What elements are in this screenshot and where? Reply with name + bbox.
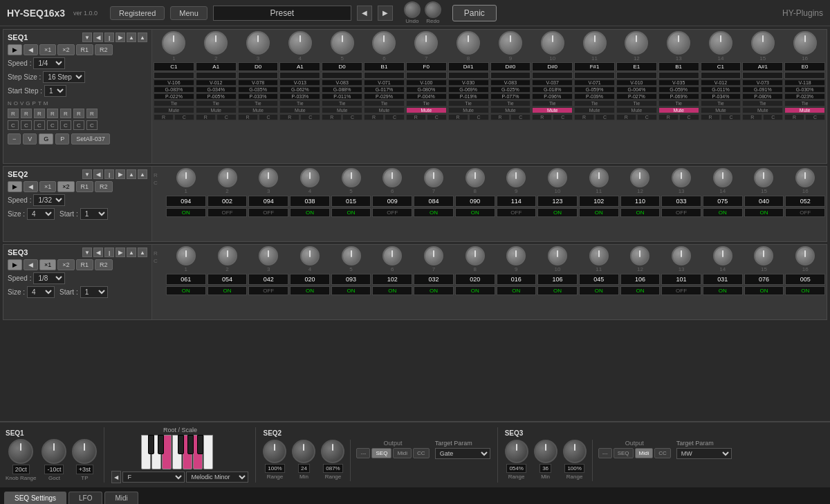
- seq3-transport-play[interactable]: ▶: [8, 259, 22, 270]
- seq1-r-10[interactable]: R: [532, 114, 552, 120]
- seq3-grid-val-3[interactable]: 042: [248, 274, 288, 285]
- seq3-icon-5[interactable]: ▲: [127, 248, 136, 257]
- seq2-grid-knob-6[interactable]: [382, 168, 402, 187]
- seq1-knob-4[interactable]: [288, 31, 312, 55]
- seq3-grid-knob-10[interactable]: [548, 246, 567, 265]
- seq2-icon-5[interactable]: ▲: [127, 169, 136, 179]
- seq1-c-btn-7[interactable]: C: [86, 120, 98, 130]
- seq1-tie-7[interactable]: Tie: [406, 100, 447, 106]
- seq3-grid-val-14[interactable]: 031: [703, 274, 743, 285]
- seq1-transport-x2[interactable]: ×2: [57, 44, 74, 55]
- seq3-grid-knob-6[interactable]: [382, 246, 402, 265]
- root-prev-btn[interactable]: ◀: [111, 471, 121, 483]
- seq1-knob-11[interactable]: [583, 31, 607, 55]
- seq3-out-btn-seq[interactable]: SEQ: [614, 448, 634, 458]
- seq1-mute-5[interactable]: Mute: [322, 107, 362, 113]
- seq1-r-5[interactable]: R: [322, 114, 342, 120]
- seq1-note-8[interactable]: D#1: [448, 62, 489, 71]
- seq2-grid-val-16[interactable]: 052: [785, 196, 825, 207]
- seq1-r-btn-7[interactable]: R: [86, 109, 98, 118]
- seq2-grid-onoff-8[interactable]: ON: [455, 208, 495, 217]
- goct-knob[interactable]: [42, 439, 66, 464]
- seq2-grid-onoff-2[interactable]: OFF: [208, 208, 248, 217]
- seq1-c-7[interactable]: C: [427, 114, 447, 120]
- seq2-grid-knob-15[interactable]: [754, 168, 773, 187]
- tab-lfo[interactable]: LFO: [68, 492, 102, 504]
- seq1-tie-3[interactable]: Tie: [238, 100, 279, 106]
- seq1-mute-4[interactable]: Mute: [279, 107, 320, 113]
- seq1-note-2[interactable]: A1: [196, 62, 237, 71]
- seq3-grid-val-13[interactable]: 101: [661, 274, 701, 285]
- seq1-c-8[interactable]: C: [469, 114, 489, 120]
- seq1-note-4[interactable]: A1: [279, 62, 320, 71]
- seq1-c-13[interactable]: C: [679, 114, 699, 120]
- seq3-range-knob[interactable]: [563, 440, 587, 463]
- seq1-note-3[interactable]: D0: [238, 62, 279, 71]
- seq3-grid-val-9[interactable]: 016: [497, 274, 537, 285]
- seq3-min-knob[interactable]: [534, 440, 557, 463]
- seq1-g-btn[interactable]: G: [39, 133, 53, 144]
- seq1-mute-10[interactable]: Mute: [532, 107, 573, 113]
- seq3-grid-onoff-10[interactable]: ON: [537, 286, 578, 295]
- seq2-out-btn-dash[interactable]: ---: [356, 448, 370, 458]
- seq2-grid-onoff-6[interactable]: OFF: [372, 208, 412, 217]
- seq3-target-select[interactable]: MWGatePitch: [676, 448, 732, 459]
- seq3-grid-onoff-13[interactable]: OFF: [661, 286, 701, 295]
- seq3-grid-val-11[interactable]: 045: [579, 274, 619, 285]
- seq2-transport-x2[interactable]: ×2: [57, 181, 74, 192]
- seq3-grid-onoff-6[interactable]: ON: [372, 286, 412, 295]
- seq3-grid-onoff-2[interactable]: ON: [208, 286, 248, 295]
- seq3-speed-select[interactable]: 1/81/41/161/32: [33, 272, 65, 284]
- seq3-grid-onoff-5[interactable]: ON: [331, 286, 371, 295]
- seq1-c-btn-5[interactable]: C: [60, 120, 71, 130]
- seq2-grid-val-1[interactable]: 094: [166, 196, 206, 207]
- seq1-c-9[interactable]: C: [510, 114, 531, 120]
- seq3-start-select[interactable]: 123: [80, 286, 108, 298]
- seq2-grid-onoff-13[interactable]: OFF: [661, 208, 701, 217]
- seq1-r-8[interactable]: R: [448, 114, 468, 120]
- seq1-c-btn-3[interactable]: C: [34, 120, 45, 130]
- seq3-grid-onoff-1[interactable]: ON: [166, 286, 206, 295]
- seq1-tie-1[interactable]: Tie: [154, 100, 194, 106]
- seq1-note-10[interactable]: D#0: [532, 62, 573, 71]
- seq1-mute-7[interactable]: Mute: [406, 107, 447, 113]
- seq3-transport-r2[interactable]: R2: [95, 259, 113, 270]
- seq1-icon-play[interactable]: ▶: [116, 32, 125, 42]
- seq1-c-btn-6[interactable]: C: [73, 120, 84, 130]
- seq2-icon-1[interactable]: ▼: [82, 169, 92, 179]
- seq3-grid-val-5[interactable]: 093: [331, 274, 371, 285]
- seq1-c-6[interactable]: C: [385, 114, 405, 120]
- seq1-mute-6[interactable]: Mute: [364, 107, 405, 113]
- seq1-r-6[interactable]: R: [364, 114, 384, 120]
- seq1-tie-15[interactable]: Tie: [742, 100, 783, 106]
- seq1-note-7[interactable]: F0: [406, 62, 447, 71]
- seq1-knob-15[interactable]: [751, 31, 775, 55]
- seq2-grid-val-10[interactable]: 123: [537, 196, 578, 207]
- seq2-grid-knob-7[interactable]: [424, 168, 443, 187]
- seq2-grid-val-15[interactable]: 040: [744, 196, 784, 207]
- seq1-knob-7[interactable]: [414, 31, 438, 55]
- seq2-grid-onoff-11[interactable]: ON: [579, 208, 619, 217]
- seq1-r-9[interactable]: R: [490, 114, 510, 120]
- seq3-grid-val-15[interactable]: 076: [744, 274, 784, 285]
- seq3-out-btn-dash[interactable]: ---: [598, 448, 612, 458]
- seq1-r-btn-5[interactable]: R: [60, 109, 71, 118]
- seq1-c-btn-4[interactable]: C: [47, 120, 58, 130]
- seq1-knob-13[interactable]: [667, 31, 690, 55]
- registered-button[interactable]: Registered: [110, 6, 165, 20]
- seq3-out-btn-cc[interactable]: CC: [654, 448, 671, 458]
- seq1-check-7[interactable]: [406, 72, 447, 79]
- seq2-grid-knob-5[interactable]: [342, 168, 361, 187]
- seq1-note-6[interactable]: B1: [364, 62, 405, 71]
- seq3-icon-2[interactable]: ◀: [93, 248, 103, 257]
- seq3-grid-knob-4[interactable]: [300, 246, 320, 265]
- seq3-transport-x2[interactable]: ×2: [57, 259, 74, 270]
- seq3-grid-knob-1[interactable]: [176, 246, 196, 265]
- seq1-tie-11[interactable]: Tie: [574, 100, 615, 106]
- seq3-grid-onoff-7[interactable]: ON: [414, 286, 454, 295]
- seq2-grid-knob-2[interactable]: [218, 168, 237, 187]
- seq1-knob-14[interactable]: [709, 31, 732, 55]
- seq1-minus-btn[interactable]: −: [8, 133, 21, 144]
- seq1-note-12[interactable]: E1: [616, 62, 657, 71]
- seq1-tie-16[interactable]: Tie: [784, 100, 825, 106]
